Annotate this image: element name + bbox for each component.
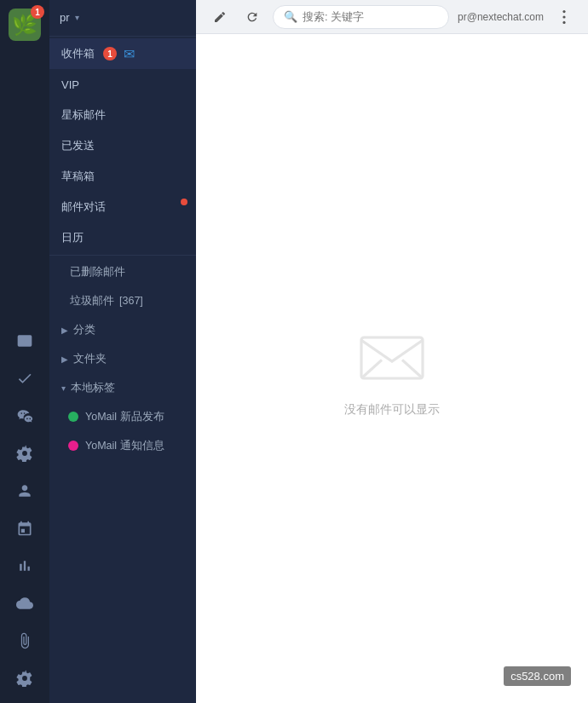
rail-icon-tasks[interactable]: [9, 362, 41, 395]
inbox-label: 收件箱: [61, 46, 95, 61]
folders-arrow: ▶: [61, 354, 68, 364]
account-name: pr: [60, 11, 70, 24]
svg-point-2: [562, 20, 565, 23]
more-options-button[interactable]: [552, 5, 576, 29]
local-labels-label: 本地标签: [71, 381, 115, 395]
tasks-icon: [16, 370, 33, 387]
svg-point-1: [562, 15, 565, 18]
mail-icon: [16, 332, 33, 349]
contacts-icon: [16, 482, 33, 499]
svg-line-5: [402, 360, 423, 378]
yomail-notice-dot: [68, 441, 78, 451]
sidebar-collapsible-categories[interactable]: ▶ 分类: [49, 315, 196, 344]
calendar-label: 日历: [61, 230, 84, 245]
refresh-icon: [245, 10, 259, 24]
user-email: pr@nextechat.com: [458, 11, 544, 23]
sidebar-item-mail-dialog[interactable]: 邮件对话: [49, 192, 196, 222]
wechat-icon: [16, 407, 33, 424]
topbar: 🔍 pr@nextechat.com: [196, 0, 588, 34]
sidebar-item-trash[interactable]: 已删除邮件: [49, 257, 196, 286]
gear2-icon: [16, 670, 33, 687]
sidebar-label-yomail-notice[interactable]: YoMail 通知信息: [49, 431, 196, 460]
rail-icon-attach[interactable]: [9, 625, 41, 657]
sidebar-item-calendar[interactable]: 日历: [49, 222, 196, 253]
empty-envelope-icon: [358, 320, 426, 389]
rail-icon-calendar[interactable]: [9, 512, 41, 545]
local-labels-arrow: ▾: [61, 383, 66, 393]
yomail-notice-label: YoMail 通知信息: [85, 439, 164, 453]
empty-message: 没有邮件可以显示: [344, 402, 440, 418]
avatar-container[interactable]: 🌿 1: [0, 0, 49, 49]
content-area: 没有邮件可以显示 cs528.com: [196, 34, 588, 703]
sidebar-divider-2: [49, 255, 196, 256]
refresh-button[interactable]: [240, 5, 264, 29]
sidebar: pr ▾ 收件箱 1 ✉ VIP 星标邮件 已发送 草稿箱 邮件对话 日历 已删…: [49, 0, 196, 703]
rail-icon-gear2[interactable]: [9, 662, 41, 694]
compose-icon: [213, 10, 227, 24]
search-bar[interactable]: 🔍: [273, 5, 449, 29]
calendar-icon: [16, 520, 33, 537]
rail-icon-settings[interactable]: [9, 437, 41, 470]
folders-label: 文件夹: [73, 352, 107, 366]
drafts-label: 草稿箱: [61, 169, 95, 184]
sidebar-item-spam[interactable]: 垃圾邮件 [367]: [49, 286, 196, 315]
vip-label: VIP: [61, 78, 79, 91]
sent-label: 已发送: [61, 138, 95, 153]
settings-icon: [16, 445, 33, 462]
attach-icon: [16, 632, 33, 649]
sidebar-collapsible-local-labels[interactable]: ▾ 本地标签: [49, 373, 196, 402]
sidebar-item-sent[interactable]: 已发送: [49, 130, 196, 161]
categories-label: 分类: [73, 323, 95, 337]
spam-label: 垃圾邮件: [70, 294, 114, 308]
sidebar-item-starred[interactable]: 星标邮件: [49, 100, 196, 130]
yomail-new-dot: [68, 412, 78, 422]
rail-icon-contacts[interactable]: [9, 475, 41, 507]
rail-icon-wechat[interactable]: [9, 400, 41, 432]
rail-icon-cloud[interactable]: [9, 587, 41, 619]
account-row[interactable]: pr ▾: [49, 0, 196, 34]
trash-label: 已删除邮件: [70, 265, 125, 279]
search-icon: 🔍: [284, 10, 297, 23]
stats-icon: [16, 557, 33, 574]
spam-count: [367]: [119, 295, 143, 307]
account-chevron: ▾: [75, 13, 79, 22]
watermark: cs528.com: [504, 666, 571, 686]
sidebar-item-vip[interactable]: VIP: [49, 69, 196, 100]
mail-dialog-label: 邮件对话: [61, 199, 106, 215]
inbox-badge: 1: [103, 47, 117, 61]
svg-line-4: [361, 360, 382, 378]
search-input[interactable]: [303, 10, 438, 23]
yomail-new-label: YoMail 新品发布: [85, 410, 164, 424]
icon-rail: 🌿 1: [0, 0, 49, 703]
cloud-icon: [16, 595, 33, 612]
rail-icon-mail[interactable]: [9, 325, 41, 357]
svg-rect-3: [361, 337, 423, 378]
inbox-mail-icon: ✉: [124, 46, 135, 62]
sidebar-divider-1: [49, 36, 196, 37]
sidebar-collapsible-folders[interactable]: ▶ 文件夹: [49, 344, 196, 373]
sidebar-label-yomail-new[interactable]: YoMail 新品发布: [49, 402, 196, 431]
mail-dialog-dot: [181, 199, 187, 205]
starred-label: 星标邮件: [61, 107, 106, 123]
categories-arrow: ▶: [61, 326, 68, 335]
avatar-badge: 1: [31, 5, 44, 19]
svg-point-0: [562, 10, 565, 13]
more-icon: [562, 10, 566, 24]
sidebar-item-drafts[interactable]: 草稿箱: [49, 161, 196, 192]
compose-button[interactable]: [208, 5, 232, 29]
sidebar-item-inbox[interactable]: 收件箱 1 ✉: [49, 38, 196, 69]
main-panel: 🔍 pr@nextechat.com 没有邮件可以显示 cs528.com: [196, 0, 588, 703]
rail-icon-stats[interactable]: [9, 550, 41, 582]
rail-icons-container: [9, 49, 41, 703]
